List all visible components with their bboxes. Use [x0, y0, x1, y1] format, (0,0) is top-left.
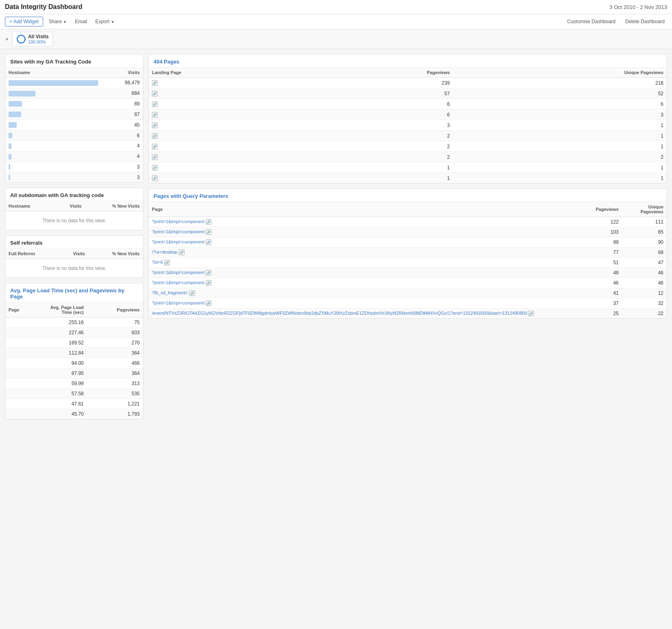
landing-page-cell: 🔗 [149, 120, 316, 131]
unique-cell: 6 [453, 99, 667, 110]
pageviews-cell: 1,793 [87, 409, 143, 419]
unique-cell: 68 [622, 248, 667, 258]
landing-page-cell: 🔗 [149, 173, 316, 184]
ga-sites-table: Hostname Visits 98,479 684 89 87 45 [5, 68, 143, 182]
link-icon[interactable]: 🔗 [152, 112, 158, 118]
link-icon[interactable]: 🔗 [152, 175, 158, 181]
page-title: Data Integrity Dashboard [5, 3, 82, 11]
visits-cell: 87 [118, 109, 143, 120]
link-icon[interactable]: 🔗 [528, 311, 534, 316]
pageviews-cell: 57 [316, 88, 453, 99]
table-row: 🔗 239 218 [149, 78, 667, 88]
pageviews-cell: 46 [571, 278, 622, 288]
link-icon[interactable]: 🔗 [206, 239, 211, 245]
table-row: 189.52 270 [5, 338, 143, 348]
avg-cell: 45.70 [38, 409, 87, 419]
pageviews-cell: 75 [87, 318, 143, 328]
unique-cell: 52 [453, 88, 667, 99]
table-row: 57.58 535 [5, 389, 143, 399]
page-cell: /?ui=desktop 🔗 [149, 248, 571, 258]
pageviews-cell: 1,221 [87, 399, 143, 409]
avg-cell: 189.52 [38, 338, 87, 348]
unique-cell: 65 [622, 227, 667, 237]
page-cell [5, 389, 38, 399]
bar-bg [9, 154, 11, 160]
link-icon[interactable]: 🔗 [206, 300, 211, 306]
page-cell [5, 328, 38, 338]
col-pageviews: Pageviews [571, 202, 622, 217]
page-cell: ?print=1&tmpl=component 🔗 [149, 217, 571, 227]
link-icon[interactable]: 🔗 [189, 290, 195, 296]
widget-query-params: Pages with Query Parameters Page Pagevie… [148, 188, 667, 319]
pageviews-cell: 364 [87, 348, 143, 358]
link-icon[interactable]: 🔗 [152, 101, 158, 107]
bar-bg [9, 133, 12, 138]
col-page: Page [5, 302, 38, 318]
link-icon[interactable]: 🔗 [206, 280, 211, 286]
share-button[interactable]: Share ▼ [46, 17, 69, 26]
table-row: 3 [5, 162, 143, 172]
unique-cell: 1 [453, 141, 667, 152]
pageviews-cell: 2 [316, 141, 453, 152]
link-icon[interactable]: 🔗 [179, 250, 184, 255]
404-table: Landing Page Pageviews Unique Pageviews … [149, 68, 667, 183]
link-icon[interactable]: 🔗 [152, 80, 158, 86]
link-icon[interactable]: 🔗 [164, 260, 170, 265]
link-icon[interactable]: 🔗 [206, 219, 211, 225]
table-row: ?fb_xd_fragment= 🔗 41 12 [149, 288, 667, 298]
table-row: 🔗 3 1 [149, 120, 667, 131]
link-icon[interactable]: 🔗 [152, 154, 158, 160]
landing-page-cell: 🔗 [149, 88, 316, 99]
link-icon[interactable]: 🔗 [152, 123, 158, 128]
pageviews-cell: 270 [87, 338, 143, 348]
widget-self-referrals: Self referrals Full Referrer Visits % Ne… [5, 235, 143, 278]
col-pageviews: Pageviews [316, 68, 453, 78]
unique-cell: 218 [453, 78, 667, 88]
avg-cell: 227.46 [38, 328, 87, 338]
hostname-cell [5, 120, 118, 130]
link-icon[interactable]: 🔗 [152, 91, 158, 96]
table-row: ?print=1&tmpl=component 🔗 48 46 [149, 268, 667, 278]
subdomain-table: Hostname Visits % New Visits There is no… [5, 201, 143, 230]
link-icon[interactable]: 🔗 [206, 270, 211, 276]
col-visits: Visits [118, 68, 143, 78]
table-row: 🔗 57 52 [149, 88, 667, 99]
table-row: There is no data for this view. [5, 259, 143, 278]
table-row: /event/NTVxZ3RiOTA4ZG1yNGVrbnR2ZGFjdTF0Z… [149, 309, 667, 319]
bar-bg [9, 143, 11, 149]
unique-cell: 3 [453, 110, 667, 120]
widget-ga-sites: Sites with my GA Tracking Code Hostname … [5, 54, 143, 183]
table-row: ?print=1&tmpl=component 🔗 103 65 [149, 227, 667, 237]
table-row: 98,479 [5, 78, 143, 88]
table-row: /?ui=desktop 🔗 77 68 [149, 248, 667, 258]
table-row: ?print=1&tmpl=component 🔗 37 32 [149, 298, 667, 309]
table-row: 3 [5, 172, 143, 182]
pageviews-cell: 6 [316, 110, 453, 120]
segment-item[interactable]: All Visits 100.00% [12, 32, 53, 46]
pageviews-cell: 37 [571, 298, 622, 309]
email-button[interactable]: Email [72, 17, 90, 26]
link-icon[interactable]: 🔗 [152, 144, 158, 149]
widget-self-referrals-title: Self referrals [5, 236, 143, 249]
export-button[interactable]: Export ▼ [93, 17, 117, 26]
pageviews-cell: 77 [571, 248, 622, 258]
pageviews-cell: 6 [316, 99, 453, 110]
table-row: 🔗 1 1 [149, 162, 667, 173]
col-page: Page [149, 202, 571, 217]
hostname-cell [5, 78, 118, 88]
table-row: 112.84 364 [5, 348, 143, 358]
widget-page-load: Avg. Page Load Time (sec) and Pageviews … [5, 283, 143, 419]
link-icon[interactable]: 🔗 [152, 165, 158, 171]
export-dropdown-arrow: ▼ [111, 20, 114, 24]
avg-cell: 112.84 [38, 348, 87, 358]
customise-dashboard-button[interactable]: Customise Dashboard [565, 17, 618, 26]
table-row: 684 [5, 88, 143, 99]
visits-cell: 89 [118, 99, 143, 109]
unique-cell: 22 [622, 309, 667, 319]
link-icon[interactable]: 🔗 [206, 229, 211, 235]
delete-dashboard-button[interactable]: Delete Dashboard [623, 17, 667, 26]
page-load-table: Page Avg. Page Load Time (sec) Pageviews… [5, 302, 143, 419]
add-widget-button[interactable]: + Add Widget [5, 17, 43, 26]
unique-cell: 32 [622, 298, 667, 309]
link-icon[interactable]: 🔗 [152, 133, 158, 139]
